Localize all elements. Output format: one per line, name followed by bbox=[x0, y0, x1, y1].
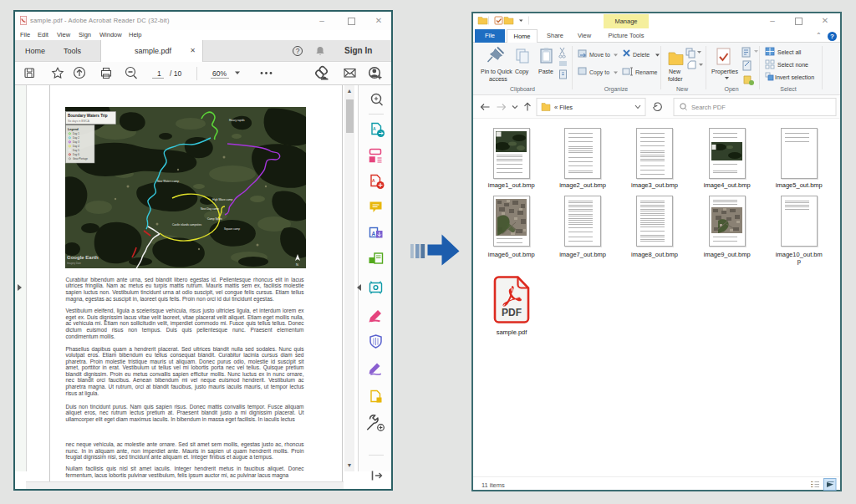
svg-text:Day 6: Day 6 bbox=[73, 153, 79, 156]
svg-text:Select all: Select all bbox=[777, 49, 802, 55]
svg-text:Clipboard: Clipboard bbox=[510, 86, 535, 93]
svg-text:New: New bbox=[676, 86, 689, 92]
svg-text:Move to: Move to bbox=[589, 52, 610, 58]
svg-text:Heavy rapids: Heavy rapids bbox=[229, 119, 245, 122]
svg-text:Imagery Date: Imagery Date bbox=[67, 262, 81, 265]
svg-text:N: N bbox=[296, 262, 298, 267]
svg-text:Rename: Rename bbox=[635, 69, 658, 75]
svg-text:« Files: « Files bbox=[554, 104, 573, 111]
svg-text:Organize: Organize bbox=[604, 86, 629, 93]
svg-text:Legend: Legend bbox=[68, 128, 79, 131]
svg-text:Day 3: Day 3 bbox=[73, 140, 79, 144]
svg-text:Select none: Select none bbox=[777, 62, 808, 68]
svg-text:folder: folder bbox=[668, 76, 683, 82]
svg-text:/ 10: / 10 bbox=[170, 69, 181, 78]
svg-text:A: A bbox=[372, 231, 376, 237]
svg-text:Next Day camp: Next Day camp bbox=[201, 207, 219, 211]
svg-text:Google Earth: Google Earth bbox=[67, 255, 99, 260]
svg-text:Properties: Properties bbox=[711, 69, 738, 75]
svg-text:Copy to: Copy to bbox=[589, 69, 609, 76]
svg-text:access: access bbox=[489, 76, 507, 82]
svg-text:Paste: Paste bbox=[538, 69, 553, 74]
svg-text:Camp Spots: Camp Spots bbox=[207, 217, 222, 221]
svg-text:Castle islands campsites: Castle islands campsites bbox=[172, 223, 201, 227]
svg-text:Copy: Copy bbox=[515, 69, 529, 75]
svg-text:Six days in BWCA: Six days in BWCA bbox=[68, 120, 90, 123]
svg-text:A: A bbox=[372, 178, 375, 183]
svg-text:High Wave camp: High Wave camp bbox=[212, 198, 232, 201]
svg-text:1: 1 bbox=[157, 69, 161, 78]
svg-text:Day 5: Day 5 bbox=[73, 149, 79, 152]
svg-text:Day 4: Day 4 bbox=[73, 145, 79, 148]
svg-text:Day 1: Day 1 bbox=[73, 132, 79, 135]
svg-text:Pin to Quick: Pin to Quick bbox=[481, 69, 512, 75]
svg-text:Gear Portage: Gear Portage bbox=[73, 157, 88, 160]
svg-text:60%: 60% bbox=[212, 69, 227, 78]
svg-text:A: A bbox=[373, 126, 376, 131]
svg-text:New: New bbox=[669, 69, 681, 74]
svg-text:Day 2: Day 2 bbox=[73, 136, 79, 140]
svg-text:PDF: PDF bbox=[502, 307, 522, 318]
svg-text:Boundary Waters Trip: Boundary Waters Trip bbox=[68, 114, 108, 118]
svg-text:Open: Open bbox=[724, 86, 738, 93]
svg-text:Invert selection: Invert selection bbox=[775, 74, 814, 80]
svg-text:New Waters camp: New Waters camp bbox=[157, 180, 179, 183]
svg-text:Select: Select bbox=[780, 86, 797, 92]
svg-text:Square camp: Square camp bbox=[224, 227, 240, 231]
svg-text:Search PDF: Search PDF bbox=[691, 104, 726, 111]
svg-text:Delete: Delete bbox=[633, 52, 650, 58]
